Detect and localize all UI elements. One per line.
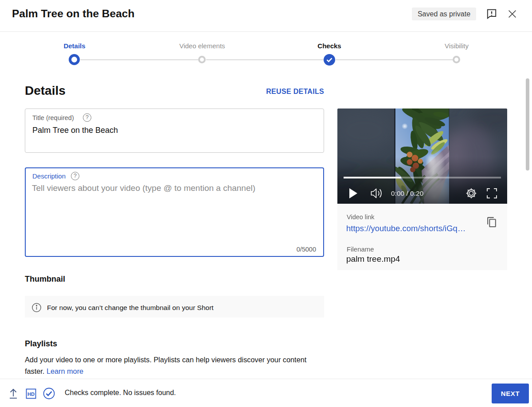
svg-text:0:00 / 0:20: 0:00 / 0:20 bbox=[391, 190, 424, 197]
svg-text:HD: HD bbox=[27, 391, 35, 397]
